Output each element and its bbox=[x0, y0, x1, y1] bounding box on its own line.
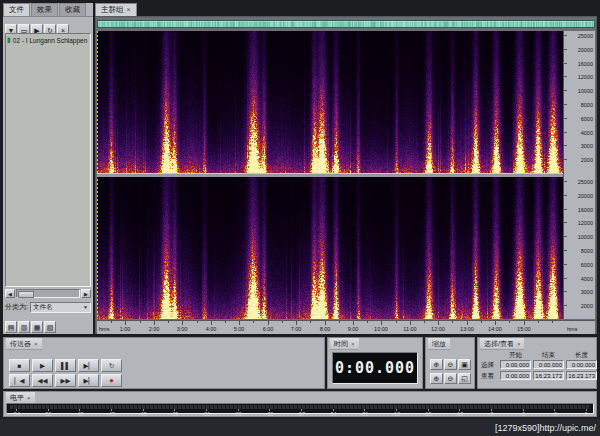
time-major-tick bbox=[410, 321, 411, 325]
freq-label: 25000 bbox=[578, 33, 593, 39]
tab-favorites[interactable]: 收藏 bbox=[59, 3, 86, 16]
go-end-icon: ▶▏ bbox=[84, 377, 94, 384]
time-field[interactable]: 0:00.000 bbox=[500, 360, 531, 369]
zoom-selection-button[interactable]: ◱ bbox=[458, 373, 471, 384]
tab-files[interactable]: 文件 bbox=[3, 3, 30, 16]
zoom-title: 缩放 bbox=[432, 339, 446, 349]
freq-label: 10000 bbox=[578, 88, 593, 94]
options-icon[interactable]: ▧ bbox=[44, 321, 56, 333]
rewind-icon: ◀◀ bbox=[38, 377, 48, 384]
zoom-in-vertical-button[interactable]: ⊕ bbox=[430, 373, 443, 384]
view-grid-icon[interactable]: ▤ bbox=[5, 321, 17, 333]
time-minor-tick bbox=[168, 321, 169, 323]
close-icon[interactable]: × bbox=[127, 6, 131, 13]
column-header: 长度 bbox=[566, 351, 597, 359]
time-minor-tick bbox=[253, 321, 254, 323]
selection-view-panel-tab[interactable]: 选择/查看× bbox=[480, 338, 524, 350]
time-minor-tick bbox=[225, 321, 226, 323]
time-minor-tick bbox=[111, 321, 112, 323]
time-minor-tick bbox=[481, 321, 482, 323]
close-icon[interactable]: × bbox=[34, 339, 38, 349]
time-field[interactable]: 16:23.173 bbox=[533, 371, 564, 380]
meter-tick-label: -39 bbox=[165, 411, 183, 417]
time-major-tick bbox=[268, 321, 269, 325]
time-minor-tick bbox=[452, 321, 453, 323]
time-major-tick bbox=[467, 321, 468, 325]
scrollbar-track[interactable] bbox=[16, 289, 80, 298]
rewind-button[interactable]: ◀◀ bbox=[32, 374, 53, 387]
level-meter[interactable]: -54-51-48-45-42-39-36-33-30-27-24-21-18-… bbox=[6, 403, 594, 414]
transport-row-1: ■▶▌▌▶▏↻ bbox=[9, 354, 124, 367]
time-label: 9:00 bbox=[342, 326, 364, 332]
time-panel: 时间× 0:00.000 bbox=[327, 337, 423, 389]
tab-main-group[interactable]: 主群组× bbox=[95, 3, 137, 16]
transport-title: 传送器 bbox=[10, 339, 31, 349]
files-panel-tabs: 文件效果收藏 bbox=[3, 3, 93, 17]
panel-menu-icon[interactable]: ≡ bbox=[583, 4, 595, 15]
time-ruler[interactable]: hmshms1:002:003:004:005:006:007:008:009:… bbox=[97, 320, 595, 334]
time-minor-tick bbox=[367, 321, 368, 323]
fast-forward-button[interactable]: ▶▶ bbox=[55, 374, 76, 387]
scrollbar-thumb[interactable] bbox=[18, 291, 34, 298]
sort-by-dropdown[interactable]: 文件名 ▼ bbox=[30, 302, 91, 313]
tab-main-group-label: 主群组 bbox=[101, 5, 124, 14]
freq-label: 20000 bbox=[578, 193, 593, 199]
freq-label: 6000 bbox=[581, 262, 593, 268]
time-major-tick bbox=[495, 321, 496, 325]
frequency-ruler[interactable]: 2500020000160001200010000800060004000300… bbox=[563, 31, 595, 319]
row-label: 查看 bbox=[481, 371, 498, 381]
play-loop-icon: ↻ bbox=[109, 362, 114, 369]
zoom-out-vertical-button[interactable]: ⊖ bbox=[444, 373, 457, 384]
time-field[interactable]: 0:00.000 bbox=[566, 360, 597, 369]
pause-icon: ▌▌ bbox=[61, 362, 70, 369]
tab-effects[interactable]: 效果 bbox=[31, 3, 58, 16]
freq-label: 2000 bbox=[581, 303, 593, 309]
time-major-tick bbox=[353, 321, 354, 325]
go-start-button[interactable]: ▏◀ bbox=[9, 374, 30, 387]
scroll-right-icon[interactable]: ▶ bbox=[81, 289, 91, 298]
editor-area: 2500020000160001200010000800060004000300… bbox=[95, 16, 597, 334]
freq-tick bbox=[564, 222, 567, 223]
scroll-left-icon[interactable]: ◀ bbox=[5, 289, 15, 298]
meter-tick-label: -42 bbox=[134, 411, 152, 417]
time-label: 2:00 bbox=[143, 326, 165, 332]
status-bar: [1279x590]http://upic.me/ bbox=[0, 419, 600, 436]
close-icon[interactable]: × bbox=[27, 393, 31, 403]
time-field[interactable]: 0:00.000 bbox=[500, 371, 531, 380]
fast-forward-icon: ▶▶ bbox=[61, 377, 71, 384]
record-button[interactable]: ● bbox=[101, 374, 122, 387]
meter-tick-label: -21 bbox=[355, 411, 373, 417]
freq-tick bbox=[564, 181, 567, 182]
freq-label: 3000 bbox=[581, 143, 593, 149]
zoom-panel-tab[interactable]: 缩放 bbox=[428, 338, 450, 350]
freq-label: 4000 bbox=[581, 130, 593, 136]
channel-divider[interactable] bbox=[97, 173, 563, 177]
freq-tick bbox=[564, 118, 567, 119]
freq-tick bbox=[564, 145, 567, 146]
file-list-scrollbar[interactable]: ◀ ▶ bbox=[5, 289, 91, 299]
chevron-down-icon: ▼ bbox=[81, 304, 90, 310]
time-display[interactable]: 0:00.000 bbox=[332, 352, 418, 384]
view-list-icon[interactable]: ▥ bbox=[18, 321, 30, 333]
selection-view-panel: 选择/查看× 开始结束长度选择0:00.0000:00.0000:00.000查… bbox=[477, 337, 597, 389]
session-overview-bar[interactable] bbox=[97, 20, 595, 28]
time-major-tick bbox=[154, 321, 155, 325]
time-panel-tab[interactable]: 时间× bbox=[330, 338, 359, 350]
close-icon[interactable]: × bbox=[351, 339, 355, 349]
file-name: 02 - I Lungann Schlappen bbox=[13, 37, 87, 44]
freq-tick bbox=[564, 35, 567, 36]
meter-tick-label: -15 bbox=[419, 411, 437, 417]
time-field[interactable]: 0:00.000 bbox=[533, 360, 564, 369]
auto-play-icon[interactable]: ▦ bbox=[31, 321, 43, 333]
time-label: 8:00 bbox=[314, 326, 336, 332]
go-end-button[interactable]: ▶▏ bbox=[78, 374, 99, 387]
time-field[interactable]: 16:23.173 bbox=[566, 371, 597, 380]
freq-tick bbox=[564, 76, 567, 77]
file-list-item[interactable]: ▮02 - I Lungann Schlappen bbox=[6, 34, 90, 46]
time-major-tick bbox=[125, 321, 126, 325]
levels-panel: 电平× -54-51-48-45-42-39-36-33-30-27-24-21… bbox=[3, 391, 597, 417]
transport-panel-tab[interactable]: 传送器× bbox=[6, 338, 42, 350]
close-icon[interactable]: × bbox=[517, 339, 521, 349]
file-list: ▮02 - I Lungann Schlappen bbox=[5, 33, 91, 287]
watermark: [1279x590]http://upic.me/ bbox=[495, 423, 600, 433]
